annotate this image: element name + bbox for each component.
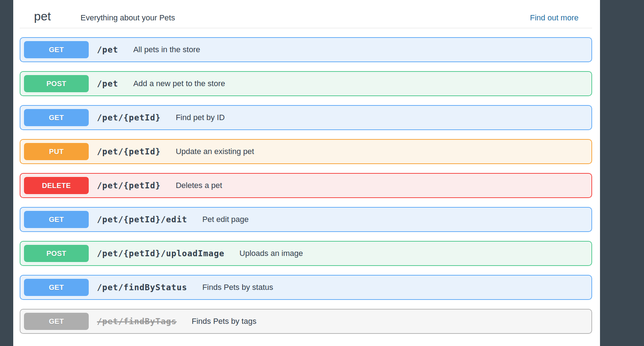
method-badge: POST bbox=[24, 245, 89, 262]
method-badge: GET bbox=[24, 279, 89, 296]
method-badge: DELETE bbox=[24, 177, 89, 194]
operation-path: /pet/{petId}/uploadImage bbox=[97, 249, 224, 258]
section-header: pet Everything about your Pets Find out … bbox=[34, 9, 579, 23]
method-badge: GET bbox=[24, 313, 89, 330]
operation-row[interactable]: PUT /pet/{petId} Update an existing pet bbox=[20, 139, 592, 164]
operation-row[interactable]: GET /pet All pets in the store bbox=[20, 37, 592, 62]
method-badge: POST bbox=[24, 75, 89, 92]
operation-summary: Add a new pet to the store bbox=[133, 79, 225, 88]
operation-path: /pet/findByStatus bbox=[97, 283, 187, 292]
operation-row[interactable]: GET /pet/{petId}/edit Pet edit page bbox=[20, 207, 592, 232]
operation-summary: All pets in the store bbox=[133, 45, 200, 54]
header-divider bbox=[20, 28, 592, 28]
operation-path: /pet/{petId}/edit bbox=[97, 215, 187, 224]
operation-summary: Find pet by ID bbox=[176, 113, 225, 122]
operation-row[interactable]: GET /pet/findByTags Finds Pets by tags bbox=[20, 309, 592, 334]
swagger-page: { "section": { "title": "pet", "descript… bbox=[0, 0, 644, 346]
find-out-more-link[interactable]: Find out more bbox=[530, 13, 579, 23]
operation-path: /pet/{petId} bbox=[97, 181, 161, 190]
operation-path: /pet/{petId} bbox=[97, 113, 161, 122]
operation-row[interactable]: POST /pet Add a new pet to the store bbox=[20, 71, 592, 96]
operation-row[interactable]: GET /pet/findByStatus Finds Pets by stat… bbox=[20, 275, 592, 300]
method-badge: GET bbox=[24, 211, 89, 228]
operation-summary: Finds Pets by tags bbox=[192, 317, 257, 326]
method-badge: PUT bbox=[24, 143, 89, 160]
api-section-panel: pet Everything about your Pets Find out … bbox=[13, 0, 600, 346]
operation-path: /pet bbox=[97, 79, 118, 88]
operation-summary: Pet edit page bbox=[202, 215, 249, 224]
method-badge: GET bbox=[24, 109, 89, 126]
operation-path: /pet/{petId} bbox=[97, 147, 161, 156]
operation-row[interactable]: POST /pet/{petId}/uploadImage Uploads an… bbox=[20, 241, 592, 266]
operation-summary: Update an existing pet bbox=[176, 147, 254, 156]
operation-path: /pet bbox=[97, 45, 118, 54]
operation-path: /pet/findByTags bbox=[97, 317, 177, 326]
operation-row[interactable]: GET /pet/{petId} Find pet by ID bbox=[20, 105, 592, 130]
operation-summary: Uploads an image bbox=[239, 249, 303, 258]
method-badge: GET bbox=[24, 41, 89, 58]
section-description: Everything about your Pets bbox=[80, 13, 175, 23]
operation-summary: Finds Pets by status bbox=[202, 283, 273, 292]
operation-row[interactable]: DELETE /pet/{petId} Deletes a pet bbox=[20, 173, 592, 198]
operations-list: GET /pet All pets in the store POST /pet… bbox=[20, 37, 592, 334]
section-title: pet bbox=[34, 9, 80, 23]
operation-summary: Deletes a pet bbox=[176, 181, 222, 190]
